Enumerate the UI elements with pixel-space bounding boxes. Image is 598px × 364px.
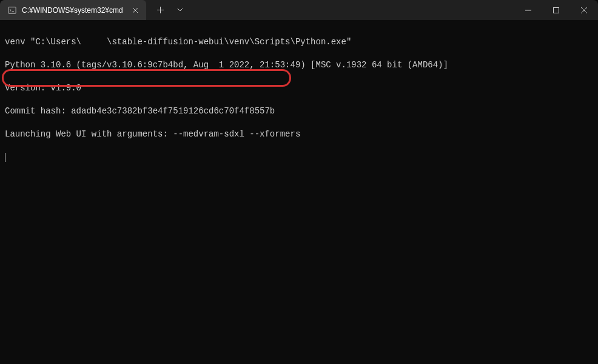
close-window-button[interactable] bbox=[570, 0, 598, 20]
terminal-line: Commit hash: adadb4e3c7382bf3e4f7519126c… bbox=[5, 106, 593, 117]
terminal-line: Python 3.10.6 (tags/v3.10.6:9c7b4bd, Aug… bbox=[5, 59, 593, 71]
terminal-line: venv "C:\Users\ \stable-diffusion-webui\… bbox=[5, 36, 593, 48]
tab-title: C:¥WINDOWS¥system32¥cmd bbox=[22, 6, 123, 15]
window-titlebar: C:¥WINDOWS¥system32¥cmd bbox=[0, 0, 598, 20]
minimize-button[interactable] bbox=[514, 0, 542, 20]
svg-rect-0 bbox=[8, 7, 16, 13]
text-cursor bbox=[5, 153, 5, 162]
new-tab-button[interactable] bbox=[151, 2, 170, 17]
tab-cmd[interactable]: C:¥WINDOWS¥system32¥cmd bbox=[0, 0, 146, 20]
tabs-dropdown-button[interactable] bbox=[173, 2, 187, 17]
svg-rect-7 bbox=[554, 7, 559, 13]
tabs-area: C:¥WINDOWS¥system32¥cmd bbox=[0, 0, 187, 20]
terminal-icon bbox=[7, 5, 17, 15]
maximize-button[interactable] bbox=[542, 0, 570, 20]
terminal-line: Version: v1.9.0 bbox=[5, 83, 593, 94]
terminal-content[interactable]: venv "C:\Users\ \stable-diffusion-webui\… bbox=[0, 20, 598, 191]
window-controls bbox=[514, 0, 598, 20]
terminal-line: Launching Web UI with arguments: --medvr… bbox=[5, 129, 593, 140]
cursor-line bbox=[5, 152, 593, 163]
tab-close-button[interactable] bbox=[130, 5, 140, 15]
